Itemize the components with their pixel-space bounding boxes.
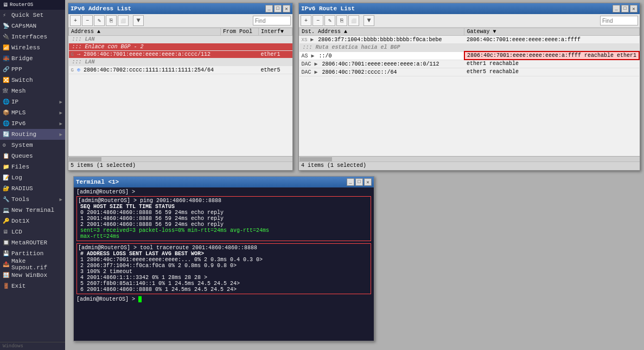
terminal-maximize[interactable]: □ <box>355 178 363 186</box>
sidebar-item-label: Wireless <box>11 44 40 51</box>
sidebar-item-radius[interactable]: 🔐 RADIUS <box>0 183 65 194</box>
interfaces-icon: 🔌 <box>3 34 9 40</box>
bgp-group-label: ::: Enlace con BGP - 2 <box>69 43 292 51</box>
col-header-interface[interactable]: Interf▼ <box>259 28 292 36</box>
traceroute-row-2: 2 2806:3f7:1004::f0ca:f0ca 0% 2 0.8ms 0.… <box>78 263 369 269</box>
terminal-body[interactable]: [admin@RouterOS] > [admin@RouterOS] > pi… <box>74 187 374 341</box>
sidebar-item-label: Files <box>11 164 29 170</box>
sidebar-item-label: MPLS <box>11 109 25 116</box>
sidebar-item-lcd[interactable]: 🖥 LCD <box>0 226 65 237</box>
ipv6-addr-minimize[interactable]: _ <box>265 5 273 12</box>
table-row[interactable]: G ⊕ 2806:40c:7002:cccc:1111:1111:1111:25… <box>69 66 292 74</box>
sidebar-item-system[interactable]: ⚙ System <box>0 140 65 151</box>
mpls-arrow: ▶ <box>60 110 62 116</box>
ipv6-route-close[interactable]: ✕ <box>630 5 637 12</box>
cell-dac2-gateway: ether5 reachable <box>464 68 639 76</box>
sidebar-item-new-terminal[interactable]: 💻 New Terminal <box>0 205 65 216</box>
sidebar-item-metarouter[interactable]: 🔲 MetaROUTER <box>0 237 65 248</box>
sidebar-item-new-winbox[interactable]: 🪟 New WinBox <box>0 270 65 281</box>
ipv6-addr-content: + − ✎ ⎘ ⬜ ▼ Address ▲ From Pool Interf▼ <box>68 14 292 170</box>
sidebar-item-partition[interactable]: 💾 Partition <box>0 248 65 259</box>
route-copy-button[interactable]: ⎘ <box>336 15 347 26</box>
sidebar-item-wireless[interactable]: 📶 Wireless <box>0 42 65 53</box>
remove-button[interactable]: − <box>82 15 93 26</box>
col-header-address[interactable]: Address ▲ <box>69 28 221 36</box>
sidebar-item-dot1x[interactable]: 🔑 Dot1X <box>0 216 65 226</box>
ipv6-route-maximize[interactable]: □ <box>621 5 629 12</box>
table-row[interactable]: XS ▶ 2806:3f7:1004:bbbb:bbbb:bbbb:f0ca:b… <box>299 36 640 44</box>
ping-row-2: 2 2001:4860:4860::8888 56 59 24ms echo r… <box>78 222 369 228</box>
wireless-icon: 📶 <box>3 44 9 51</box>
route-group-label: ::: Ruta estatica hacia el BGP <box>299 44 640 52</box>
sidebar-item-quick-set[interactable]: ⚡ Quick Set <box>0 10 65 21</box>
quick-set-icon: ⚡ <box>3 12 9 18</box>
mpls-icon: 📦 <box>3 109 9 116</box>
radius-icon: 🔐 <box>3 185 9 192</box>
cell-dac2-dst: DAC ▶ 2806:40c:7002:cccc::/64 <box>299 68 464 76</box>
ipv6-route-table: Dst. Address ▲ Gateway ▼ XS ▶ 2806:3f7:1… <box>299 28 640 76</box>
ipv6-route-scrollbar[interactable] <box>299 156 640 161</box>
sidebar-item-routing[interactable]: 🔄 Routing ▶ <box>0 129 65 140</box>
ipv6-route-toolbar: + − ✎ ⎘ ⬜ ▼ <box>299 14 640 28</box>
table-row[interactable]: AS ▶ ::/0 2806:40c:7001:eeee:eeee:eeee:a… <box>299 51 640 60</box>
sidebar-item-mesh[interactable]: 🕸 Mesh <box>0 86 65 96</box>
terminal-minimize[interactable]: _ <box>347 178 354 186</box>
sidebar-item-files[interactable]: 📁 Files <box>0 161 65 172</box>
table-row[interactable]: G → 2806:40c:7001:eeee:eeee:eeee:a:cccc/… <box>69 51 292 59</box>
route-add-button[interactable]: + <box>301 15 311 26</box>
sidebar-item-switch[interactable]: 🔀 Switch <box>0 75 65 86</box>
sidebar-item-bridge[interactable]: 🌉 Bridge <box>0 53 65 64</box>
filter-button[interactable]: ▼ <box>133 15 144 26</box>
sidebar-item-label: IPv6 <box>11 120 25 127</box>
ipv6-addr-maximize[interactable]: □ <box>274 5 282 12</box>
ipv6-route-table-container: Dst. Address ▲ Gateway ▼ XS ▶ 2806:3f7:1… <box>299 28 640 156</box>
edit-button[interactable]: ✎ <box>94 15 105 26</box>
copy-button[interactable]: ⎘ <box>106 15 117 26</box>
sidebar-item-interfaces[interactable]: 🔌 Interfaces <box>0 31 65 42</box>
sidebar-item-exit[interactable]: 🚪 Exit <box>0 281 65 291</box>
terminal-close[interactable]: ✕ <box>364 178 372 186</box>
find-input[interactable] <box>253 16 291 25</box>
ipv6-addr-close[interactable]: ✕ <box>283 5 290 12</box>
col-header-dst[interactable]: Dst. Address ▲ <box>299 28 464 36</box>
sidebar-item-ip[interactable]: 🌐 IP ▶ <box>0 96 65 107</box>
paste-button[interactable]: ⬜ <box>118 15 129 26</box>
route-filter-button[interactable]: ▼ <box>364 15 374 26</box>
ipv6-route-minimize[interactable]: _ <box>613 5 620 12</box>
sidebar-item-ipv6[interactable]: 🌐 IPv6 ▶ <box>0 118 65 129</box>
sidebar-item-ppp[interactable]: 🔗 PPP <box>0 64 65 75</box>
route-edit-button[interactable]: ✎ <box>324 15 335 26</box>
terminal-controls: _ □ ✕ <box>347 178 372 186</box>
ipv6-addr-scrollbar[interactable] <box>68 156 292 161</box>
sidebar-item-label: PPP <box>11 66 22 73</box>
cell-flag-address: G → 2806:40c:7001:eeee:eeee:eeee:a:cccc/… <box>69 51 221 59</box>
sidebar-item-tools[interactable]: 🔧 Tools ▶ <box>0 194 65 205</box>
terminal-initial-prompt: [admin@RouterOS] > <box>76 189 371 195</box>
route-find-input[interactable] <box>600 16 638 25</box>
sidebar-item-queues[interactable]: 📋 Queues <box>0 151 65 161</box>
sidebar: 🖥 RouterOS ⚡ Quick Set 📡 CAPsMAN 🔌 Inter… <box>0 0 65 350</box>
route-paste-button[interactable]: ⬜ <box>348 15 359 26</box>
ipv6-route-list-window: IPv6 Route List _ □ ✕ + − ✎ ⎘ ⬜ ▼ <box>298 3 640 171</box>
sidebar-item-make-supout[interactable]: 📤 Make Supout.rif <box>0 259 65 270</box>
ping-row-1: 1 2001:4860:4860::8888 56 59 24ms echo r… <box>78 216 369 222</box>
add-button[interactable]: + <box>70 15 81 26</box>
table-row[interactable]: ::: Enlace con BGP - 2 <box>69 43 292 51</box>
sidebar-item-label: Tools <box>11 196 29 203</box>
col-header-from-pool[interactable]: From Pool <box>221 28 259 36</box>
ipv6-addr-table: Address ▲ From Pool Interf▼ ::: LAN ::: … <box>68 28 292 74</box>
sidebar-item-mpls[interactable]: 📦 MPLS ▶ <box>0 107 65 118</box>
cell-dac1-dst: DAC ▶ 2806:40c:7001:eeee:eeee:eeee:a:0/1… <box>299 60 464 68</box>
ipv6-addr-status: 5 items (1 selected) <box>68 161 292 170</box>
tools-icon: 🔧 <box>3 196 9 203</box>
ppp-icon: 🔗 <box>3 66 9 73</box>
table-row[interactable]: DAC ▶ 2806:40c:7001:eeee:eeee:eeee:a:0/1… <box>299 60 640 68</box>
route-remove-button[interactable]: − <box>313 15 323 26</box>
col-header-gateway[interactable]: Gateway ▼ <box>464 28 639 36</box>
sidebar-item-capsman[interactable]: 📡 CAPsMAN <box>0 21 65 31</box>
cell-pool2 <box>221 66 259 74</box>
table-row[interactable]: DAC ▶ 2806:40c:7002:cccc::/64 ether5 rea… <box>299 68 640 76</box>
sidebar-item-log[interactable]: 📝 Log <box>0 172 65 183</box>
dot1x-icon: 🔑 <box>3 218 9 224</box>
sidebar-title: RouterOS <box>10 2 33 8</box>
